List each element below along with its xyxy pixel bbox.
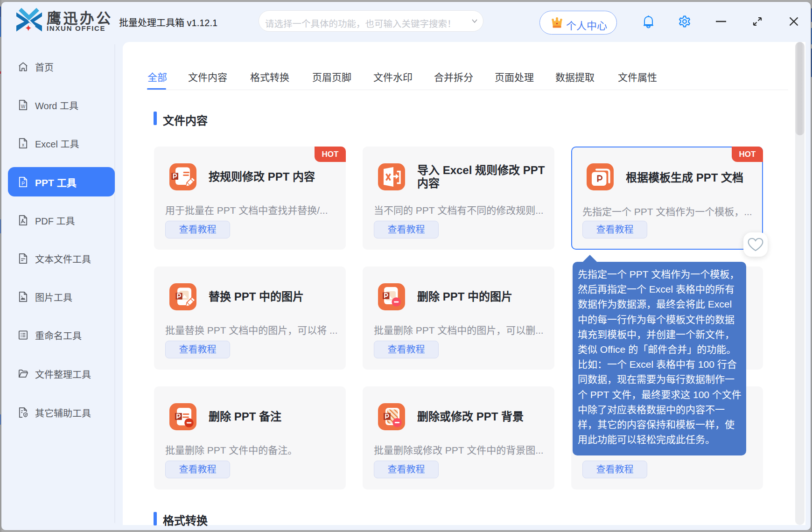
svg-text:W: W [21, 104, 26, 109]
svg-text:x: x [22, 142, 24, 147]
svg-text:P: P [21, 181, 25, 186]
